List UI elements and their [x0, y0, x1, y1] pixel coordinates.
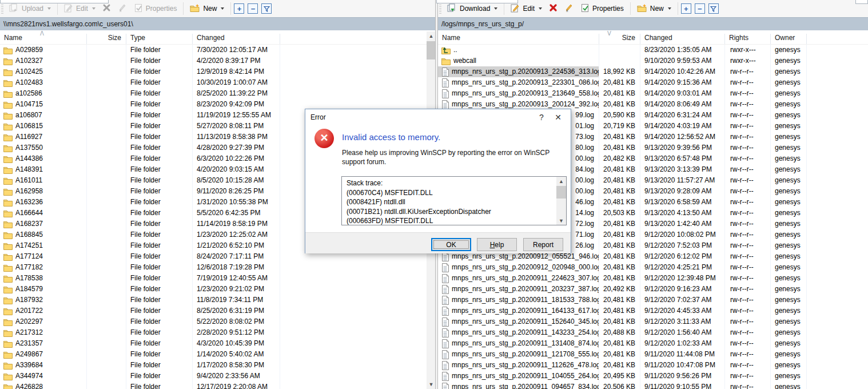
table-row[interactable]: A102327File folder4/2/2020 8:39:17 PM	[0, 55, 427, 66]
column-header-size[interactable]: Size	[599, 34, 640, 44]
file-changed-cell: 9/11/2020 8:26:25 PM	[193, 186, 280, 197]
file-changed-cell: 8/23/2020 9:42:09 PM	[193, 99, 280, 110]
scrollbar-thumb[interactable]	[427, 41, 436, 59]
table-row[interactable]: mnps_nrs_urs_stg_p.20200911_131408_874.l…	[438, 338, 868, 349]
filter-button[interactable]	[708, 3, 719, 14]
edit-button[interactable]: Edit	[61, 2, 99, 16]
collapse-button[interactable]: −	[248, 3, 258, 14]
table-row[interactable]: a102586File folder8/25/2020 11:39:22 PM	[0, 88, 427, 99]
table-row[interactable]: mnps_nrs_urs_stg_p.20200911_181533_788.l…	[438, 295, 868, 305]
table-row[interactable]: A249867File folder1/14/2020 5:40:02 AM	[0, 349, 427, 360]
folder-icon	[3, 253, 13, 261]
table-row[interactable]: mnps_nrs_urs_stg_p.20200911_094657_834.l…	[438, 382, 868, 389]
table-row[interactable]: mnps_nrs_urs_stg_p.20200911_203237_387.l…	[438, 284, 868, 295]
table-row[interactable]: A339684File folder1/17/2020 8:58:30 PM	[0, 360, 427, 371]
table-row[interactable]: mnps_nrs_urs_stg_p.20200911_152640_345.l…	[438, 316, 868, 327]
table-row[interactable]: mnps_nrs_urs_stg_p.20200911_121708_555.l…	[438, 349, 868, 360]
table-row[interactable]: A029859File folder7/30/2020 12:05:17 AM	[0, 45, 427, 55]
file-owner-cell: genesys	[771, 316, 807, 327]
delete-button[interactable]	[99, 2, 114, 15]
table-row[interactable]: mnps_nrs_urs_stg_p.20200911_143233_254.l…	[438, 327, 868, 338]
file-owner-cell: genesys	[771, 349, 807, 360]
scroll-down-icon[interactable]: ▼	[427, 380, 436, 389]
column-header-changed[interactable]: Changed	[640, 34, 725, 44]
scroll-up-icon[interactable]: ▲	[427, 31, 436, 41]
file-owner-cell: genesys	[771, 186, 807, 197]
file-name-cell: A163236	[0, 197, 87, 208]
collapse-button[interactable]: −	[695, 3, 705, 14]
table-row[interactable]: mnps_nrs_urs_stg_p.20200911_164133_617.l…	[438, 305, 868, 316]
local-path-bar[interactable]: \\mns2821nvs1.wellsfargo.com\c_users01\	[0, 17, 435, 30]
table-row[interactable]: A231357File folder4/3/2020 10:45:39 PM	[0, 338, 427, 349]
file-name-cell: A148391	[0, 164, 87, 175]
expand-button[interactable]: +	[234, 3, 244, 14]
table-row[interactable]: mnps_nrs_urs_stg_p.20200913_223301_086.l…	[438, 77, 868, 88]
edit-button[interactable]: Edit	[507, 2, 546, 16]
column-header-owner[interactable]: Owner	[771, 34, 807, 44]
session-tab-remnant	[0, 0, 109, 3]
new-button[interactable]: New	[634, 2, 675, 16]
stack-trace-scrollbar[interactable]: ▲ ▼	[556, 177, 566, 225]
table-row[interactable]: A201722File folder8/25/2020 6:31:19 PM	[0, 305, 427, 316]
toolbar-grip[interactable]	[439, 3, 441, 14]
properties-button[interactable]: Properties	[578, 2, 627, 16]
file-owner-cell: genesys	[771, 219, 807, 229]
table-row[interactable]: A178538File folder7/19/2019 12:40:55 AM	[0, 273, 427, 284]
scroll-down-icon[interactable]: ▼	[556, 216, 566, 225]
filter-button[interactable]	[261, 3, 272, 14]
rename-button[interactable]: x	[114, 2, 131, 16]
table-row[interactable]: A344974File folder9/4/2020 2:33:56 AM	[0, 371, 427, 382]
table-row[interactable]: mnps_nrs_urs_stg_p.20200912_020948_000.l…	[438, 262, 868, 273]
expand-button[interactable]: +	[681, 3, 691, 14]
table-row[interactable]: A187932File folder11/8/2019 7:34:11 PM	[0, 295, 427, 305]
file-rights-cell: rw-r--r--	[725, 251, 771, 262]
report-button[interactable]: Report	[523, 238, 563, 251]
column-header-rights[interactable]: Rights	[725, 34, 771, 44]
local-column-header: Name Size Type Changed ᐱ	[0, 30, 435, 45]
folder-icon	[3, 318, 13, 326]
table-row[interactable]: A217312File folder2/28/2020 9:51:12 PM	[0, 327, 427, 338]
file-type-cell: File folder	[126, 262, 193, 273]
file-owner-cell: genesys	[771, 142, 807, 153]
close-icon[interactable]: ✕	[553, 113, 563, 122]
ok-button[interactable]: OK	[431, 238, 471, 251]
toolbar-grip[interactable]	[1, 3, 3, 14]
table-row[interactable]: A184579File folder1/23/2020 9:21:02 PM	[0, 284, 427, 295]
table-row[interactable]: A102483File folder10/30/2019 1:00:07 AM	[0, 77, 427, 88]
file-name: A426828	[15, 382, 43, 389]
properties-button[interactable]: Properties	[131, 2, 181, 16]
table-row[interactable]: mnps_nrs_urs_stg_p.20200913_224536_313.l…	[438, 66, 868, 77]
table-row[interactable]: webcall9/10/2020 9:59:53 AMrwxr-x---gene…	[438, 55, 868, 66]
dialog-help-icon[interactable]: ?	[536, 113, 547, 122]
table-row[interactable]: A177182File folder12/6/2018 7:19:28 PM	[0, 262, 427, 273]
file-name-cell: A102425	[0, 66, 87, 77]
folder-icon	[3, 242, 13, 250]
table-row[interactable]: mnps_nrs_urs_stg_p.20200911_224623_307.l…	[438, 273, 868, 284]
rename-button[interactable]: x	[561, 2, 578, 16]
column-header-size[interactable]: Size	[87, 34, 126, 44]
scroll-up-icon[interactable]: ▲	[556, 177, 566, 185]
file-type-cell: File folder	[126, 273, 193, 284]
column-header-changed[interactable]: Changed	[193, 34, 280, 44]
table-row[interactable]: ..8/23/2020 1:35:05 AMrwxr-x---genesys	[438, 45, 868, 55]
scrollbar-thumb[interactable]	[556, 186, 566, 199]
stack-trace-box[interactable]: Stack trace:(000670C4) MSFTEDIT.DLL(0008…	[341, 176, 567, 225]
download-button[interactable]: Download	[444, 2, 501, 16]
remote-path-bar[interactable]: /logs/mnps_nrs_urs_stg_p/	[438, 17, 868, 30]
help-button[interactable]: Help	[477, 238, 517, 251]
new-folder-icon	[190, 3, 200, 14]
delete-button[interactable]	[546, 2, 561, 15]
table-row[interactable]: mnps_nrs_urs_stg_p.20200911_104055_264.l…	[438, 371, 868, 382]
file-changed-cell: 9/12/2020 1:56:40 AM	[640, 327, 725, 338]
upload-button[interactable]: Upload	[6, 2, 54, 16]
table-row[interactable]: A426828File folder12/17/2019 2:20:08 AM	[0, 382, 427, 389]
column-header-type[interactable]: Type	[126, 34, 193, 44]
table-row[interactable]: A102425File folder12/9/2019 8:42:14 PM	[0, 66, 427, 77]
table-row[interactable]: A202297File folder5/22/2020 8:08:02 PM	[0, 316, 427, 327]
table-row[interactable]: mnps_nrs_urs_stg_p.20200911_112626_478.l…	[438, 360, 868, 371]
file-name-cell: A168237	[0, 219, 87, 229]
table-row[interactable]: mnps_nrs_urs_stg_p.20200913_213649_558.l…	[438, 88, 868, 99]
new-button[interactable]: New	[186, 2, 228, 16]
column-header-name[interactable]: Name	[438, 34, 599, 44]
dialog-title-bar[interactable]: Error	[305, 109, 571, 125]
